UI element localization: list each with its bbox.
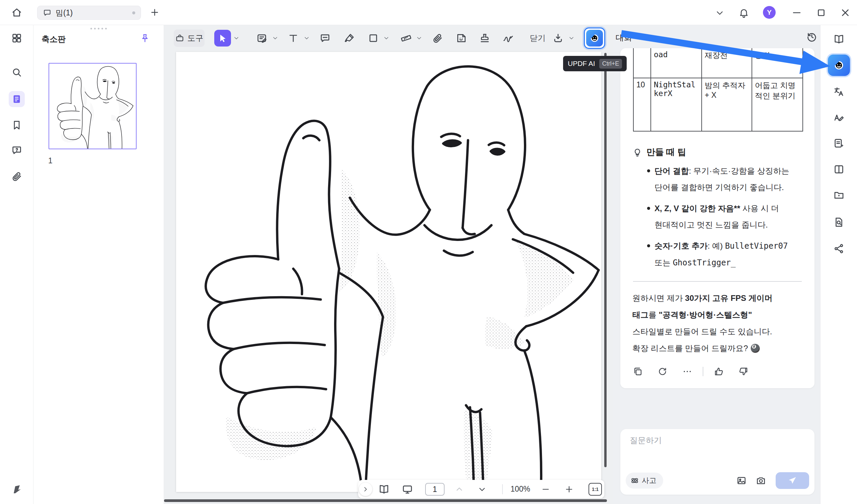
screenshot-icon[interactable] — [754, 474, 768, 487]
previous-page-icon[interactable] — [455, 485, 464, 494]
meme-drawing — [176, 52, 601, 492]
thumbnail-panel: 축소판 1 — [33, 25, 164, 504]
maximize-button[interactable] — [816, 7, 827, 18]
zoom-in-icon[interactable] — [565, 485, 574, 494]
thinking-icon — [631, 476, 639, 485]
tip-line: 단어 결합: 무기·속도·강함을 상징하는 — [654, 163, 803, 179]
closing-line: 원하시면 제가 30가지 고유 FPS 게이머 — [632, 290, 803, 306]
reading-mode-icon[interactable] — [378, 484, 390, 495]
zoom-level[interactable]: 100% — [510, 485, 530, 493]
pin-icon[interactable] — [140, 33, 150, 43]
send-button[interactable] — [776, 472, 809, 489]
chat-title: 대화 — [616, 32, 632, 43]
table-row: oad 재장전 능력 — [633, 48, 803, 78]
layout-panel-icon[interactable] — [833, 164, 845, 175]
reader-book-icon[interactable] — [833, 33, 845, 45]
chat-input[interactable] — [630, 436, 804, 445]
summarize-icon[interactable] — [833, 137, 845, 149]
home-icon[interactable] — [11, 7, 22, 18]
presentation-icon[interactable] — [402, 484, 413, 495]
updf-ai-tooltip: UPDF AI Ctrl+E — [563, 56, 627, 71]
updf-ai-sidebar-button[interactable] — [828, 54, 850, 76]
edit-text-tool-icon[interactable] — [256, 32, 268, 44]
folder-ai-icon[interactable] — [833, 189, 845, 201]
history-icon[interactable] — [806, 31, 818, 43]
bullet-dot — [647, 169, 650, 172]
horizontal-scrollbar[interactable] — [164, 499, 607, 502]
divider — [703, 367, 703, 376]
highlighter-tool-icon[interactable] — [343, 32, 355, 44]
select-tool-button[interactable] — [214, 30, 231, 47]
ai-chat-panel: 대화 oad 재장전 능력 10 NightStalkerX 밤의 추적자 + … — [612, 25, 820, 504]
measure-tool-chevron-icon[interactable] — [416, 35, 422, 41]
thinking-mode-toggle[interactable]: 사고 — [626, 472, 663, 489]
zoom-out-icon[interactable] — [541, 485, 550, 494]
select-tool-chevron-icon[interactable] — [233, 35, 240, 41]
chat-input-card: 사고 — [620, 429, 814, 494]
panel-drag-handle[interactable] — [90, 28, 107, 30]
signature-tool-icon[interactable] — [502, 32, 514, 44]
measure-tool-icon[interactable] — [400, 32, 412, 44]
close-editor-button[interactable]: 닫기 — [530, 33, 546, 44]
proofread-icon[interactable] — [833, 111, 845, 122]
tools-label: 도구 — [187, 33, 203, 44]
chat-message-card: oad 재장전 능력 10 NightStalkerX 밤의 추적자 + X 어… — [620, 48, 814, 388]
page-thumbnail[interactable] — [49, 63, 137, 149]
minimize-button[interactable] — [791, 7, 803, 18]
tip-line: 단어를 결합하면 기억하기 좋습니다. — [654, 179, 803, 196]
save-icon[interactable] — [552, 32, 564, 44]
search-icon[interactable] — [11, 67, 22, 78]
tip-item: X, Z, V 같이 강한 자음** 사용 시 더 현대적이고 멋진 느낌을 줍… — [632, 200, 803, 233]
page-number-input[interactable] — [426, 484, 444, 495]
comments-icon[interactable] — [11, 145, 22, 156]
right-sidebar — [820, 25, 857, 504]
sticker-tool-icon[interactable] — [455, 32, 467, 44]
closing-paragraph: 원하시면 제가 30가지 고유 FPS 게이머 태그를 "공격형·방어형·스텔스… — [632, 290, 803, 357]
chat-bubble-icon — [43, 9, 52, 17]
closing-line: 태그를 "공격형·방어형·스텔스형" — [632, 306, 803, 323]
expand-bar-button[interactable] — [359, 483, 372, 496]
regenerate-icon[interactable] — [657, 366, 668, 377]
tools-button[interactable]: 도구 — [174, 30, 204, 47]
thumbs-down-icon[interactable] — [738, 366, 749, 377]
table-cell: 밤의 추적자 + X — [702, 78, 752, 131]
attach-tool-icon[interactable] — [432, 32, 443, 44]
stamp-tool-icon[interactable] — [479, 32, 491, 44]
new-tab-button[interactable] — [150, 7, 160, 17]
notifications-icon[interactable] — [739, 7, 749, 18]
thumbs-up-icon[interactable] — [713, 366, 724, 377]
sidebar-item-thumbnails[interactable] — [9, 91, 25, 107]
brand-logo — [10, 483, 23, 495]
closing-line: 확장 리스트를 만들어 드릴까요? 🎱 — [632, 340, 803, 357]
updf-ai-button[interactable] — [586, 30, 603, 47]
close-button[interactable] — [840, 7, 851, 18]
comment-tool-icon[interactable] — [319, 32, 331, 44]
apps-grid-icon[interactable] — [11, 32, 22, 44]
text-tool-chevron-icon[interactable] — [303, 35, 310, 41]
more-icon[interactable] — [682, 366, 693, 377]
insert-image-icon[interactable] — [735, 474, 748, 487]
save-chevron-icon[interactable] — [568, 35, 575, 41]
updf-ai-toolbar-highlight — [584, 28, 605, 49]
bookmark-icon[interactable] — [11, 119, 22, 131]
bullet-dot — [647, 244, 650, 247]
translate-icon[interactable] — [833, 86, 845, 97]
text-tool-icon[interactable] — [287, 32, 299, 44]
attachments-icon[interactable] — [11, 171, 22, 182]
copy-icon[interactable] — [632, 366, 643, 377]
bullet-dot — [647, 207, 650, 210]
share-graph-icon[interactable] — [833, 243, 845, 254]
shapes-tool-icon[interactable] — [367, 32, 379, 44]
chat-input-actions: 사고 — [626, 472, 809, 489]
fit-actual-size-button[interactable]: 1:1 — [589, 483, 602, 495]
pdf-page[interactable] — [176, 52, 601, 492]
shapes-tool-chevron-icon[interactable] — [383, 35, 390, 41]
titlebar: 밈(1) Y — [0, 0, 857, 25]
document-tab[interactable]: 밈(1) — [37, 6, 141, 20]
edit-tool-chevron-icon[interactable] — [272, 35, 279, 41]
vertical-scrollbar[interactable] — [604, 53, 607, 467]
chevron-down-icon[interactable] — [715, 8, 725, 18]
document-search-icon[interactable] — [833, 217, 845, 228]
next-page-icon[interactable] — [477, 485, 487, 494]
avatar[interactable]: Y — [763, 6, 776, 19]
